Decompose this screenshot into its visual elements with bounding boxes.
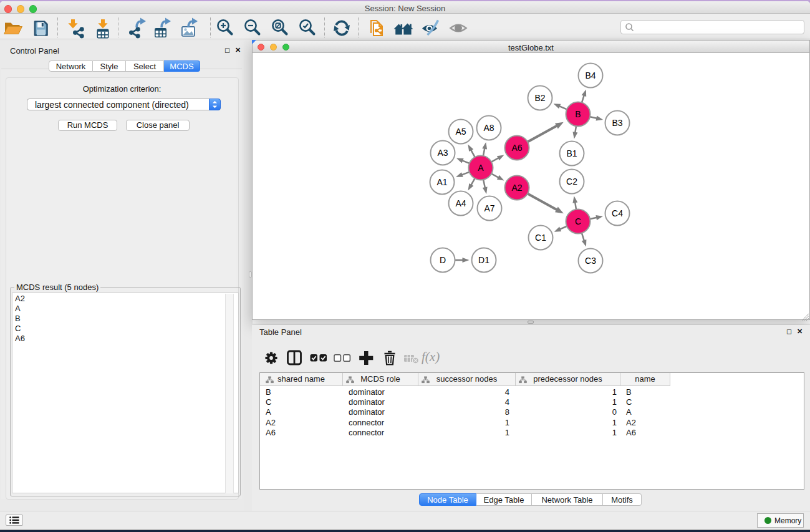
svg-text:C2: C2 <box>566 177 577 186</box>
svg-text:A3: A3 <box>437 148 448 158</box>
svg-text:A8: A8 <box>483 123 494 133</box>
svg-text:A5: A5 <box>455 127 466 137</box>
svg-text:D1: D1 <box>478 255 489 265</box>
svg-text:A4: A4 <box>455 198 466 208</box>
svg-text:B4: B4 <box>585 70 595 80</box>
svg-text:C1: C1 <box>535 233 546 243</box>
svg-text:C: C <box>575 216 581 226</box>
svg-text:A6: A6 <box>511 143 522 153</box>
svg-text:D: D <box>440 255 446 265</box>
svg-text:C4: C4 <box>612 208 623 218</box>
svg-text:A2: A2 <box>511 183 522 193</box>
svg-text:B2: B2 <box>534 93 545 103</box>
svg-text:B3: B3 <box>612 118 622 128</box>
svg-text:A: A <box>478 163 484 173</box>
svg-text:C3: C3 <box>585 256 596 266</box>
svg-text:B1: B1 <box>566 148 577 158</box>
svg-text:A1: A1 <box>436 177 447 187</box>
svg-text:A7: A7 <box>484 203 494 213</box>
svg-text:B: B <box>575 109 581 119</box>
